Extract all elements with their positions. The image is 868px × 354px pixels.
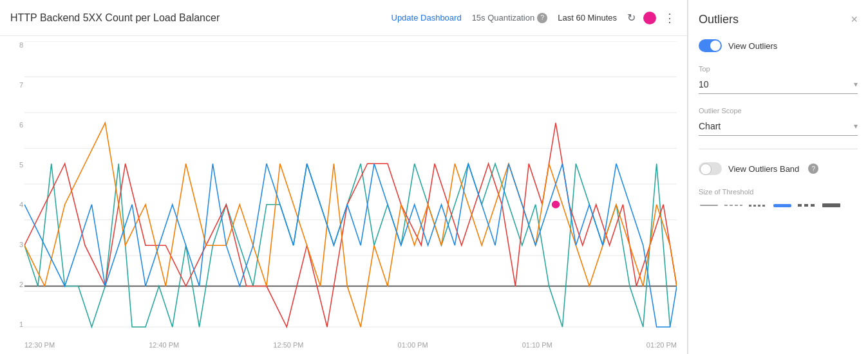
outliers-sidebar: Outliers × View Outliers Top 10 ▾ Outlie… (688, 0, 868, 354)
y-label-4: 4 (5, 201, 23, 209)
threshold-medium[interactable] (723, 202, 744, 209)
top-select[interactable]: 10 ▾ (699, 75, 858, 94)
x-label-0100: 01:00 PM (398, 341, 428, 349)
time-range-label: Last 60 Minutes (558, 13, 617, 23)
y-label-8: 8 (5, 41, 23, 49)
outlier-scope-field: Outlier Scope Chart ▾ (699, 107, 858, 136)
quantization-help-icon[interactable]: ? (537, 13, 547, 23)
main-panel: HTTP Backend 5XX Count per Load Balancer… (0, 0, 688, 354)
x-axis: 12:30 PM 12:40 PM 12:50 PM 01:00 PM 01:1… (24, 341, 677, 349)
view-outliers-band-toggle[interactable] (699, 162, 722, 175)
y-label-3: 3 (5, 241, 23, 248)
sidebar-title: Outliers (699, 13, 739, 26)
sidebar-header: Outliers × (699, 13, 858, 26)
top-chevron-icon: ▾ (854, 80, 858, 89)
quantization-label: 15s Quantization ? (472, 13, 548, 23)
chart-svg (24, 41, 677, 328)
update-dashboard-link[interactable]: Update Dashboard (392, 13, 462, 23)
close-button[interactable]: × (851, 13, 858, 26)
threshold-selected[interactable] (772, 201, 793, 210)
x-label-0110: 01:10 PM (522, 341, 552, 349)
x-label-1240: 12:40 PM (149, 341, 179, 349)
outlier-scope-value: Chart (699, 121, 721, 131)
y-axis: 1 2 3 4 5 6 7 8 (5, 41, 23, 328)
threshold-thick[interactable] (821, 201, 842, 210)
y-label-6: 6 (5, 121, 23, 129)
svg-point-10 (551, 200, 561, 209)
x-label-1230: 12:30 PM (24, 341, 55, 349)
chart-title: HTTP Backend 5XX Count per Load Balancer (10, 12, 381, 24)
outlier-scope-label: Outlier Scope (699, 107, 858, 115)
view-outliers-band-label: View Outliers Band (728, 164, 799, 174)
threshold-section: Size of Threshold (699, 188, 858, 210)
threshold-options (699, 201, 858, 210)
header-actions: ↻ ⋮ (627, 11, 677, 25)
chart-area: 1 2 3 4 5 6 7 8 (0, 36, 687, 354)
band-help-icon[interactable]: ? (808, 163, 818, 174)
more-options-icon[interactable]: ⋮ (664, 11, 677, 25)
y-label-2: 2 (5, 281, 23, 288)
top-label: Top (699, 65, 858, 73)
view-outliers-row: View Outliers (699, 39, 858, 52)
view-outliers-label: View Outliers (728, 41, 777, 51)
outlier-scope-select[interactable]: Chart ▾ (699, 117, 858, 136)
y-label-7: 7 (5, 81, 23, 89)
scope-chevron-icon: ▾ (854, 122, 858, 131)
threshold-thin[interactable] (699, 202, 719, 209)
top-field: Top 10 ▾ (699, 65, 858, 94)
chart-header: HTTP Backend 5XX Count per Load Balancer… (0, 0, 687, 36)
x-label-1250: 12:50 PM (273, 341, 303, 349)
view-outliers-toggle[interactable] (699, 39, 722, 52)
x-label-0120: 01:20 PM (646, 341, 677, 349)
pink-dot-indicator[interactable] (643, 12, 656, 24)
threshold-thick-dash[interactable] (797, 201, 817, 209)
threshold-dashed[interactable] (748, 202, 768, 209)
refresh-icon[interactable]: ↻ (627, 12, 636, 24)
y-label-1: 1 (5, 321, 23, 328)
divider (699, 149, 858, 149)
y-label-5: 5 (5, 161, 23, 169)
view-outliers-band-row: View Outliers Band ? (699, 162, 858, 175)
top-value: 10 (699, 79, 709, 89)
threshold-label: Size of Threshold (699, 188, 858, 196)
